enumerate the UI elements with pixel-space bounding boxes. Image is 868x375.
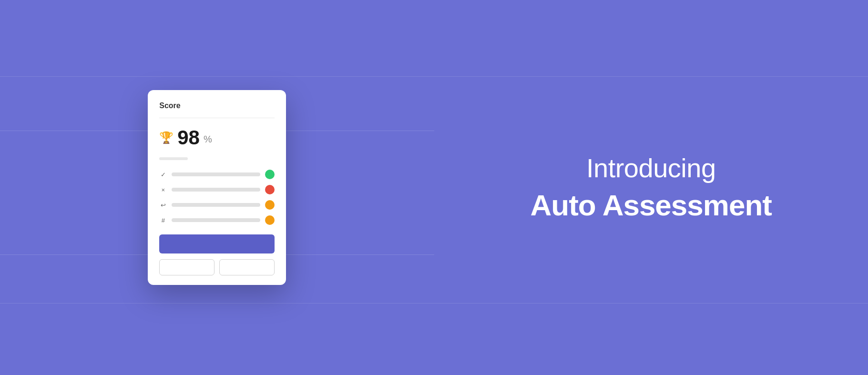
introducing-heading: Introducing: [531, 152, 772, 184]
list-item: ↩: [159, 200, 275, 210]
secondary-button-right[interactable]: [219, 259, 275, 275]
product-name-heading: Auto Assessment: [531, 188, 772, 223]
status-dot: [265, 200, 275, 210]
primary-action-button[interactable]: [159, 234, 275, 253]
status-dot: [265, 170, 275, 179]
status-dot: [265, 215, 275, 225]
list-item: ×: [159, 185, 275, 194]
redo-icon: ↩: [159, 202, 167, 209]
list-item: ✓: [159, 170, 275, 179]
item-bar: [172, 203, 260, 207]
cross-icon: ×: [159, 186, 167, 193]
score-number: 98: [177, 128, 200, 148]
hash-icon: #: [159, 217, 167, 224]
item-bar: [172, 188, 260, 192]
score-divider: [159, 157, 188, 160]
right-panel: Introducing Auto Assessment: [434, 0, 868, 375]
trophy-icon: 🏆: [159, 132, 174, 143]
status-dot: [265, 185, 275, 194]
secondary-button-left[interactable]: [159, 259, 214, 275]
items-list: ✓ × ↩ #: [159, 170, 275, 225]
list-item: #: [159, 215, 275, 225]
score-percent: %: [204, 134, 212, 145]
secondary-buttons-group: [159, 259, 275, 275]
item-bar: [172, 172, 260, 176]
left-panel: Score 🏆 98 % ✓ ×: [0, 0, 434, 375]
hero-text: Introducing Auto Assessment: [531, 152, 772, 223]
score-card: Score 🏆 98 % ✓ ×: [148, 90, 286, 285]
card-header: Score: [159, 101, 275, 118]
check-icon: ✓: [159, 171, 167, 178]
score-section: 🏆 98 %: [159, 128, 275, 148]
item-bar: [172, 218, 260, 222]
